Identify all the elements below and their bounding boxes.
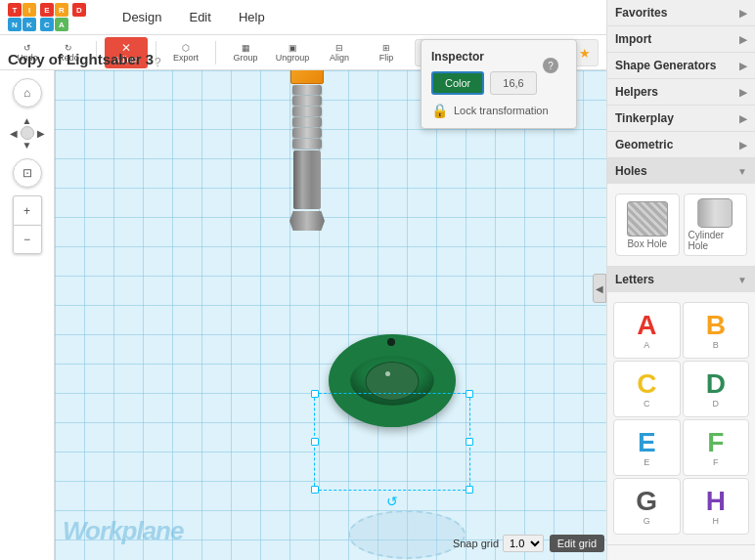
logo-r: R xyxy=(55,3,68,17)
letter-tile-h[interactable]: H H xyxy=(683,478,750,535)
lightsaber-rib-2 xyxy=(292,96,322,106)
menu-edit[interactable]: Edit xyxy=(183,6,216,28)
selection-handle-br[interactable] xyxy=(466,486,473,494)
color-button[interactable]: Color xyxy=(431,71,484,95)
cylinder-hole-tile[interactable]: Cylinder Hole xyxy=(684,194,748,256)
selection-handle-tl[interactable] xyxy=(311,390,319,398)
selection-handle-ml[interactable] xyxy=(311,438,319,446)
holes-header[interactable]: Holes ▼ xyxy=(607,158,755,184)
tinkerplay-chevron: ▶ xyxy=(739,113,747,124)
geometric-header[interactable]: Geometric ▶ xyxy=(607,132,755,157)
letter-b-icon: B xyxy=(706,312,726,339)
logo-e: E xyxy=(40,3,54,17)
tinkerplay-header[interactable]: Tinkerplay ▶ xyxy=(607,106,755,131)
tinkerplay-section: Tinkerplay ▶ xyxy=(607,106,755,132)
logo-c: C xyxy=(40,18,54,31)
lightsaber-rib-6 xyxy=(292,139,322,149)
favorites-header[interactable]: Favorites ▶ xyxy=(607,0,755,25)
group-button[interactable]: ▦ Group xyxy=(224,37,267,68)
letter-d-icon: D xyxy=(706,370,726,398)
selection-handle-tr[interactable] xyxy=(466,390,473,398)
logo-t: T xyxy=(8,3,22,17)
letter-e-icon: E xyxy=(638,429,656,456)
ring-highlight-dot xyxy=(385,371,390,376)
align-button[interactable]: ⊟ Align xyxy=(318,37,361,68)
flip-button[interactable]: ⊞ Flip xyxy=(365,37,408,68)
logo-n: N xyxy=(8,18,22,31)
letters-body: A A B B C C D D E E xyxy=(607,292,755,544)
inspector-help-icon[interactable]: ? xyxy=(543,58,558,73)
letter-tile-b[interactable]: B B xyxy=(683,302,750,359)
selection-handle-mr[interactable] xyxy=(466,438,473,446)
logo-d: D xyxy=(72,3,86,17)
box-hole-tile[interactable]: Box Hole xyxy=(615,194,680,256)
letters-section: Letters ▼ A A B B C C D D xyxy=(607,267,755,545)
import-header[interactable]: Import ▶ xyxy=(607,26,755,52)
lightsaber-rib-3 xyxy=(292,107,322,116)
letter-b-label: B xyxy=(713,340,719,350)
green-ring-object[interactable] xyxy=(329,334,456,432)
workplane-label: Workplane xyxy=(63,516,183,546)
letter-tile-c[interactable]: C C xyxy=(613,361,681,417)
rotate-handle[interactable]: ↺ xyxy=(386,494,398,509)
zoom-in-button[interactable]: + xyxy=(13,195,42,225)
logo-i: I xyxy=(22,3,36,17)
helpers-header[interactable]: Helpers ▶ xyxy=(607,79,755,105)
flip-icon: ⊞ xyxy=(382,43,390,53)
expand-panel-button[interactable]: ◀ xyxy=(593,274,606,303)
helpers-section: Helpers ▶ xyxy=(607,79,755,106)
ungroup-icon: ▣ xyxy=(289,43,297,53)
lock-transformation-row[interactable]: 🔒 Lock transformation xyxy=(431,103,566,118)
3d-scene: ↺ Workplane Edit grid Snap grid 1.0 0.5 … xyxy=(55,70,612,560)
lightsaber-object[interactable] xyxy=(289,70,325,231)
letter-e-label: E xyxy=(644,457,649,467)
home-button[interactable]: ⌂ xyxy=(13,78,42,108)
lightsaber-hex xyxy=(289,211,325,231)
menu-help[interactable]: Help xyxy=(233,6,271,28)
selection-handle-bl[interactable] xyxy=(311,486,319,494)
viewport[interactable]: ↺ Workplane Edit grid Snap grid 1.0 0.5 … xyxy=(55,70,612,560)
color-buttons-row: Color 16,6 xyxy=(431,71,566,95)
cylinder-hole-shape xyxy=(697,198,733,228)
letter-tile-d[interactable]: D D xyxy=(683,361,750,417)
export-icon: ⬡ xyxy=(182,43,190,53)
zoom-out-button[interactable]: − xyxy=(13,225,42,254)
letter-tile-f[interactable]: F F xyxy=(683,419,750,476)
project-help-icon[interactable]: ? xyxy=(155,56,161,69)
shape-generators-section: Shape Generators ▶ xyxy=(607,53,755,79)
zoom-fit-button[interactable]: ⊡ xyxy=(13,158,42,188)
letter-tile-g[interactable]: G G xyxy=(613,478,681,535)
letter-f-label: F xyxy=(713,457,719,467)
ring-outer xyxy=(329,334,456,427)
tinkercad-logo[interactable]: T I N K E R C A D xyxy=(8,3,101,31)
ungroup-button[interactable]: ▣ Ungroup xyxy=(271,37,314,68)
lightsaber-orange-cap xyxy=(290,70,324,84)
export-label: Export xyxy=(173,53,199,63)
orbit-control[interactable]: ▲ ▼ ◀ ▶ xyxy=(10,115,45,151)
logo-k: K xyxy=(22,18,36,31)
letter-g-label: G xyxy=(644,516,650,526)
lightsaber-body xyxy=(293,151,321,209)
letters-chevron: ▼ xyxy=(737,275,747,285)
favorites-label: Favorites xyxy=(615,6,667,20)
geometric-section: Geometric ▶ xyxy=(607,132,755,158)
shape-generators-chevron: ▶ xyxy=(739,61,747,71)
menu-design[interactable]: Design xyxy=(116,6,167,28)
letter-h-icon: H xyxy=(706,488,726,515)
letter-tile-a[interactable]: A A xyxy=(613,302,681,359)
snap-grid-select[interactable]: 1.0 0.5 0.1 xyxy=(503,535,544,552)
letter-tile-e[interactable]: E E xyxy=(613,419,681,476)
left-sidebar: ⌂ ▲ ▼ ◀ ▶ ⊡ + − xyxy=(0,70,55,560)
shape-generators-header[interactable]: Shape Generators ▶ xyxy=(607,53,755,78)
export-button[interactable]: ⬡ Export xyxy=(164,37,207,68)
toolbar-separator-3 xyxy=(215,41,216,65)
lightsaber-rib-1 xyxy=(292,85,322,95)
edit-grid-button[interactable]: Edit grid xyxy=(550,535,604,552)
letters-header[interactable]: Letters ▼ xyxy=(607,267,755,292)
pattern-button[interactable]: 16,6 xyxy=(490,71,536,95)
letter-a-icon: A xyxy=(637,312,656,339)
group-icon: ▦ xyxy=(242,43,250,53)
logo-a: A xyxy=(55,18,68,31)
holes-body: Box Hole Cylinder Hole xyxy=(607,184,755,266)
letter-g-icon: G xyxy=(636,488,657,515)
